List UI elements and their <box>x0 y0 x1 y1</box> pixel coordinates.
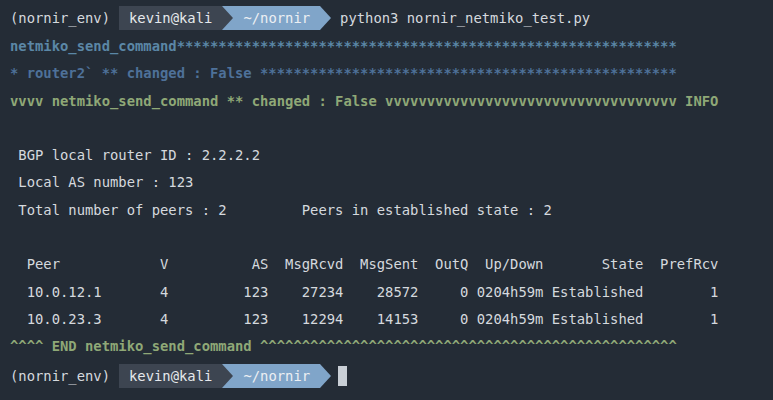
powerline-separator-icon <box>320 364 331 388</box>
prompt-path-segment: ~/nornir <box>233 364 320 388</box>
powerline-separator-icon <box>222 6 233 30</box>
powerline-separator-icon <box>222 364 233 388</box>
bgp-peers-summary-line: Total number of peers : 2 Peers in estab… <box>10 197 773 224</box>
powerline-separator-icon <box>320 6 331 30</box>
bgp-peer-row: 10.0.12.1 4 123 27234 28572 0 0204h59m E… <box>10 279 773 306</box>
blank-line <box>10 115 773 142</box>
venv-indicator: (nornir_env) <box>10 10 110 26</box>
prompt-path-segment: ~/nornir <box>233 6 320 30</box>
terminal-cursor[interactable] <box>338 366 347 386</box>
nornir-severity-line: vvvv netmiko_send_command ** changed : F… <box>10 88 773 115</box>
bgp-peer-row: 10.0.23.3 4 123 12294 14153 0 0204h59m E… <box>10 306 773 333</box>
prompt-user-host-segment: kevin@kali <box>119 6 222 30</box>
nornir-end-line: ^^^^ END netmiko_send_command ^^^^^^^^^^… <box>10 333 773 360</box>
command-text: python3 nornir_netmiko_test.py <box>340 10 590 26</box>
bgp-router-id-line: BGP local router ID : 2.2.2.2 <box>10 142 773 169</box>
blank-line <box>10 224 773 251</box>
nornir-host-result-line: * router2` ** changed : False **********… <box>10 60 773 87</box>
bgp-local-as-line: Local AS number : 123 <box>10 169 773 196</box>
bgp-table-header-line: Peer V AS MsgRcvd MsgSent OutQ Up/Down S… <box>10 251 773 278</box>
nornir-task-title-line: netmiko_send_command********************… <box>10 33 773 60</box>
terminal[interactable]: (nornir_env) kevin@kali ~/nornir python3… <box>0 0 773 400</box>
prompt-line-top: (nornir_env) kevin@kali ~/nornir python3… <box>10 3 773 33</box>
venv-indicator: (nornir_env) <box>10 368 110 384</box>
prompt-user-host-segment: kevin@kali <box>119 364 222 388</box>
prompt-line-bottom: (nornir_env) kevin@kali ~/nornir <box>10 361 773 391</box>
